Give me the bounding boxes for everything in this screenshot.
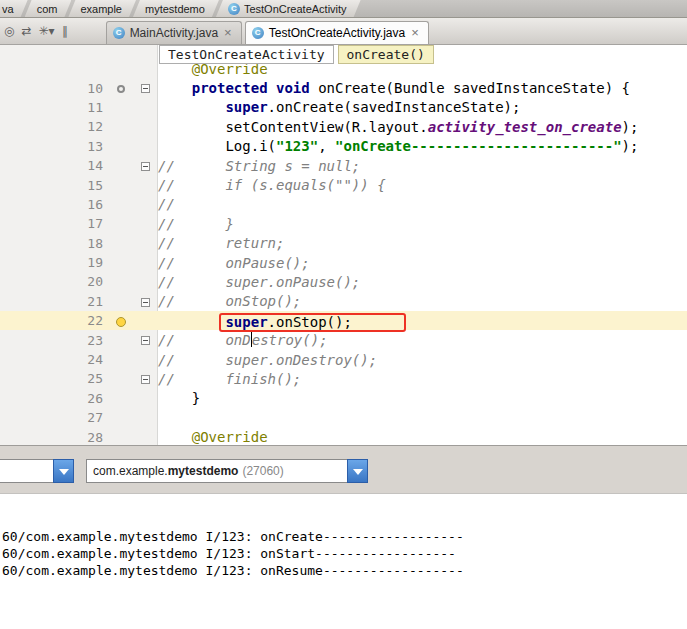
- nav-item-com[interactable]: com: [25, 0, 72, 17]
- sync-icon[interactable]: ⇄: [21, 24, 31, 38]
- code-text[interactable]: setContentView(R.layout.activity_test_on…: [158, 119, 638, 135]
- fold-slot: [132, 157, 158, 175]
- code-text[interactable]: // String s = null;: [158, 158, 360, 174]
- code-text[interactable]: }: [158, 390, 200, 406]
- fold-icon[interactable]: [141, 162, 150, 171]
- gutter-icon-slot: [110, 312, 132, 330]
- line-number: 16: [0, 197, 110, 212]
- code-editor[interactable]: @Override10 protected void onCreate(Bund…: [0, 45, 687, 445]
- line-number: 22: [0, 313, 110, 328]
- process-dropdown-value: com.example.mytestdemo(27060): [86, 459, 348, 483]
- line-number: 12: [0, 119, 110, 134]
- nav-item-example[interactable]: example: [68, 0, 136, 17]
- class-icon: C: [252, 27, 264, 39]
- code-text[interactable]: Log.i("123", "onCreate------------------…: [158, 138, 638, 154]
- code-text[interactable]: protected void onCreate(Bundle savedInst…: [158, 80, 630, 96]
- toolbar-icons: ◎⇄✳▾∥: [0, 24, 78, 38]
- code-token: // onD: [158, 332, 251, 348]
- dropdown-arrow-icon[interactable]: [53, 459, 74, 483]
- fold-icon[interactable]: [141, 84, 150, 93]
- code-token: super: [225, 314, 267, 330]
- line-number: 20: [0, 274, 110, 289]
- code-token: onCreate(Bundle savedInstanceState) {: [310, 80, 630, 96]
- code-text[interactable]: super.onCreate(savedInstanceState);: [158, 99, 520, 115]
- close-tab-icon[interactable]: ×: [410, 28, 420, 38]
- line-number: 25: [0, 371, 110, 386]
- logcat-output[interactable]: 60/com.example.mytestdemo I/123: onCreat…: [0, 493, 687, 629]
- code-text[interactable]: // onStop();: [158, 293, 301, 309]
- highlight-red-box: super.onStop();: [219, 313, 405, 332]
- code-line-25: 25// finish();: [0, 369, 687, 388]
- code-text[interactable]: // }: [158, 216, 234, 232]
- code-text[interactable]: // onDestroy();: [158, 332, 328, 348]
- device-dropdown-value: [0, 459, 54, 483]
- nav-item-label: com: [37, 3, 58, 15]
- line-number: 18: [0, 236, 110, 251]
- code-text[interactable]: // onPause();: [158, 255, 310, 271]
- code-line-14: 14// String s = null;: [0, 156, 687, 175]
- fold-icon[interactable]: [141, 336, 150, 345]
- code-token: [158, 99, 225, 115]
- line-number: 14: [0, 158, 110, 173]
- line-number: 17: [0, 216, 110, 231]
- log-line: 60/com.example.mytestdemo I/123: onStart…: [2, 545, 687, 562]
- code-line-28: 28 @Override: [0, 427, 687, 445]
- nav-item-mytestdemo[interactable]: mytestdemo: [133, 0, 219, 17]
- code-line-16: 16//: [0, 195, 687, 214]
- log-line: 60/com.example.mytestdemo I/123: onResum…: [2, 562, 687, 579]
- tab-TestOnCreateActivity.java[interactable]: CTestOnCreateActivity.java×: [245, 21, 429, 44]
- code-text[interactable]: // super.onDestroy();: [158, 352, 377, 368]
- class-icon: C: [228, 3, 240, 15]
- code-text[interactable]: // finish();: [158, 371, 301, 387]
- code-text[interactable]: @Override: [158, 429, 268, 445]
- close-tab-icon[interactable]: ×: [223, 28, 233, 38]
- breadcrumb-method[interactable]: onCreate(): [338, 45, 434, 64]
- device-dropdown[interactable]: [0, 459, 74, 483]
- code-line-12: 12 setContentView(R.layout.activity_test…: [0, 117, 687, 136]
- process-dropdown[interactable]: com.example.mytestdemo(27060): [86, 459, 368, 483]
- fold-slot: [132, 331, 158, 349]
- fold-icon[interactable]: [141, 298, 150, 307]
- code-text[interactable]: //: [158, 196, 175, 212]
- fold-slot: [132, 370, 158, 388]
- code-line-22: 22 super.onStop();: [0, 311, 687, 330]
- line-number: 23: [0, 333, 110, 348]
- override-method-icon[interactable]: [117, 85, 125, 93]
- line-number: 13: [0, 139, 110, 154]
- editor-breadcrumbs: TestOnCreateActivity onCreate(): [159, 45, 434, 64]
- fold-slot: [132, 292, 158, 310]
- breadcrumb-class[interactable]: TestOnCreateActivity: [159, 45, 334, 64]
- tab-label: TestOnCreateActivity.java: [269, 26, 406, 40]
- nav-item-label: mytestdemo: [145, 3, 205, 15]
- code-text[interactable]: // super.onPause();: [158, 274, 360, 290]
- code-line-20: 20// super.onPause();: [0, 272, 687, 291]
- code-token: //: [158, 196, 175, 212]
- nav-item-va[interactable]: va: [0, 0, 28, 17]
- settings-icon[interactable]: ✳▾: [39, 24, 55, 38]
- code-token: // }: [158, 216, 234, 232]
- tab-label: MainActivity.java: [130, 26, 218, 40]
- code-token: );: [622, 119, 639, 135]
- code-line-21: 21// onStop();: [0, 292, 687, 311]
- pin-icon[interactable]: ∥: [62, 24, 68, 38]
- intention-bulb-icon[interactable]: [116, 317, 126, 327]
- tab-MainActivity.java[interactable]: CMainActivity.java×: [106, 21, 242, 44]
- nav-item-TestOnCreateActivity[interactable]: CTestOnCreateActivity: [216, 0, 361, 17]
- code-token: [158, 80, 192, 96]
- code-text[interactable]: super.onStop();: [158, 310, 406, 332]
- code-text[interactable]: // return;: [158, 235, 284, 251]
- code-token: estroy();: [252, 332, 328, 348]
- line-number: 28: [0, 430, 110, 445]
- code-token: protected: [192, 80, 268, 96]
- code-token: // onStop();: [158, 293, 301, 309]
- scroll-from-source-icon[interactable]: ◎: [4, 24, 14, 38]
- line-number: 10: [0, 81, 110, 96]
- line-number: 24: [0, 352, 110, 367]
- dropdown-arrow-icon[interactable]: [347, 459, 368, 483]
- fold-icon[interactable]: [141, 375, 150, 384]
- code-text[interactable]: // if (s.equals("")) {: [158, 177, 386, 193]
- line-number: 19: [0, 255, 110, 270]
- code-token: );: [622, 138, 639, 154]
- code-token: [268, 80, 276, 96]
- code-line-11: 11 super.onCreate(savedInstanceState);: [0, 98, 687, 117]
